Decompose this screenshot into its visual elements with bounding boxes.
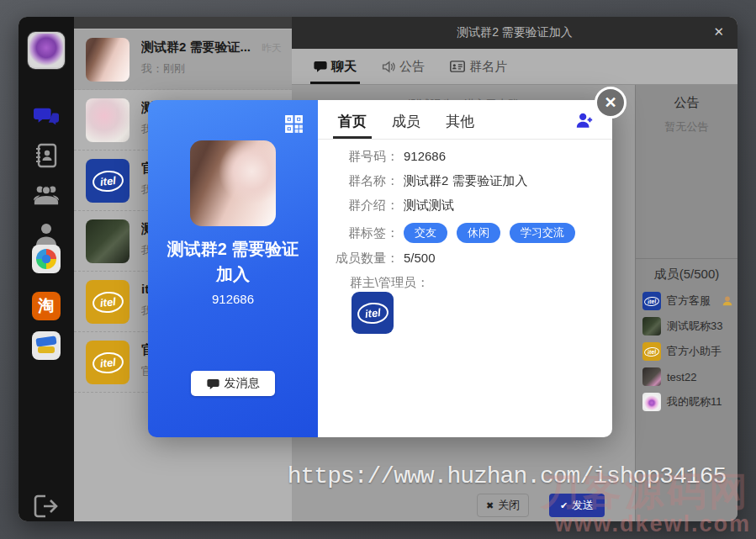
group-title: 测试群2 需要验证加入 — [161, 236, 304, 287]
member-avatar: itel — [642, 342, 661, 361]
chat-tabs: 聊天 公告 群名片 — [292, 49, 737, 85]
notice-title: 公告 — [636, 95, 737, 111]
tag-list: 交友 休闲 学习交流 — [404, 223, 584, 243]
itel-logo: itel — [356, 301, 389, 325]
member-avatar — [642, 317, 661, 336]
tag-pill[interactable]: 休闲 — [457, 223, 500, 243]
avatar-image — [29, 34, 63, 67]
member-row[interactable]: itel 官方客服 — [642, 288, 733, 314]
group-avatar-large — [190, 140, 276, 226]
add-member-icon[interactable] — [575, 112, 594, 129]
field-label: 群介绍： — [318, 198, 399, 214]
group-avatar: itel — [86, 341, 130, 384]
group-info-modal: 测试群2 需要验证加入 912686 发消息 首页 成员 其他 群号码： 912… — [148, 100, 612, 437]
field-group-intro: 群介绍： 测试测试 — [318, 198, 612, 214]
group-avatar: itel — [86, 159, 130, 203]
owner-badge-icon — [722, 295, 733, 307]
send-message-label: 发消息 — [225, 376, 260, 391]
panel-divider — [636, 258, 737, 259]
sidebar-item-groups[interactable] — [28, 180, 65, 209]
chat-list-top-strip — [74, 17, 292, 29]
field-group-tags: 群标签： 交友 休闲 学习交流 — [318, 223, 612, 243]
chat-header: 测试群2 需要验证加入 ✕ — [292, 17, 737, 49]
send-button[interactable]: ✔ 发送 — [549, 494, 605, 517]
tab-members[interactable]: 成员 — [392, 112, 420, 139]
tab-home[interactable]: 首页 — [338, 112, 367, 139]
field-label: 群主\管理员： — [336, 275, 429, 291]
field-value: 测试测试 — [404, 198, 454, 214]
sidebar-item-taobao-app[interactable]: 淘 — [32, 292, 61, 320]
member-row[interactable]: itel 官方小助手 — [642, 339, 733, 364]
group-avatar: itel — [86, 280, 130, 324]
member-row[interactable]: 测试昵称33 — [642, 314, 733, 339]
chat-list-item[interactable]: 测试群2 需要验证... 我：刚刚 昨天 — [74, 29, 292, 90]
tab-announcement-label: 公告 — [399, 59, 425, 75]
modal-close-button[interactable]: ✕ — [595, 87, 626, 119]
chat-last-message: 我：刚刚 — [141, 61, 185, 77]
itel-logo: itel — [643, 296, 659, 307]
tab-chat[interactable]: 聊天 — [314, 49, 357, 84]
itel-logo: itel — [91, 290, 124, 314]
tab-chat-label: 聊天 — [331, 59, 357, 75]
member-avatar — [642, 367, 661, 386]
qr-code-icon[interactable] — [283, 114, 304, 135]
users-icon — [33, 182, 60, 206]
chat-bubbles-icon — [34, 107, 59, 129]
member-name: 官方客服 — [667, 293, 711, 309]
tag-pill[interactable]: 学习交流 — [510, 223, 575, 243]
member-avatar: itel — [642, 292, 661, 310]
admin-avatar[interactable]: itel — [352, 292, 394, 334]
tab-announcement[interactable]: 公告 — [382, 49, 425, 84]
field-group-name: 群名称： 测试群2 需要验证加入 — [318, 173, 612, 189]
docs-app-icon — [35, 336, 56, 346]
sidebar-item-docs-app[interactable] — [32, 331, 61, 360]
itel-logo: itel — [643, 346, 659, 357]
field-value: 912686 — [404, 149, 446, 165]
field-value: 5/500 — [404, 251, 436, 267]
comment-icon — [314, 61, 327, 72]
group-avatar — [86, 98, 130, 142]
close-button-label: 关闭 — [498, 498, 520, 513]
member-row[interactable]: test22 — [642, 364, 733, 389]
sidebar-item-chats[interactable] — [28, 103, 65, 132]
logout-icon — [34, 494, 59, 518]
field-label: 群标签： — [318, 225, 399, 241]
comment-icon — [207, 378, 219, 389]
member-avatar — [642, 393, 661, 411]
itel-logo: itel — [91, 169, 124, 193]
user-icon — [35, 222, 57, 247]
field-member-count: 成员数量： 5/500 — [318, 251, 612, 267]
group-number: 912686 — [148, 292, 318, 306]
close-button[interactable]: ✖ 关闭 — [477, 494, 529, 517]
sidebar-item-browser-app[interactable] — [32, 245, 61, 273]
member-row[interactable]: 我的昵称11 — [642, 389, 733, 415]
itel-logo: itel — [91, 351, 124, 375]
member-name: 官方小助手 — [667, 344, 722, 359]
taobao-icon: 淘 — [39, 295, 55, 317]
notice-empty-text: 暂无公告 — [636, 119, 737, 135]
group-side-panel: 公告 暂无公告 成员(5/500) itel 官方客服 测试昵称33 itel … — [635, 85, 737, 521]
send-message-button[interactable]: 发消息 — [191, 371, 275, 396]
tag-pill[interactable]: 交友 — [404, 223, 447, 243]
tab-group-card-label: 群名片 — [469, 59, 507, 75]
sidebar-item-logout[interactable] — [28, 492, 65, 521]
group-detail-panel: 首页 成员 其他 群号码： 912686 群名称： 测试群2 需要验证加入 群介… — [318, 100, 612, 437]
close-chat-icon[interactable]: ✕ — [713, 24, 724, 40]
member-name: test22 — [667, 371, 696, 383]
chat-header-title: 测试群2 需要验证加入 — [457, 25, 573, 40]
address-book-icon — [34, 143, 58, 168]
field-label: 成员数量： — [318, 251, 399, 267]
tab-group-card[interactable]: 群名片 — [450, 49, 507, 84]
member-name: 测试昵称33 — [667, 319, 722, 334]
close-icon: ✕ — [604, 95, 616, 110]
members-title: 成员(5/500) — [636, 267, 737, 283]
chat-title: 测试群2 需要验证... — [141, 40, 251, 55]
field-label: 群号码： — [318, 149, 399, 165]
sidebar-item-contacts[interactable] — [28, 141, 65, 170]
field-admins: 群主\管理员： — [336, 275, 631, 291]
my-avatar[interactable] — [28, 32, 65, 69]
send-button-label: 发送 — [572, 498, 594, 513]
tab-other[interactable]: 其他 — [446, 112, 474, 139]
docs-app-icon-layer — [38, 346, 55, 353]
chat-time: 昨天 — [262, 41, 282, 55]
